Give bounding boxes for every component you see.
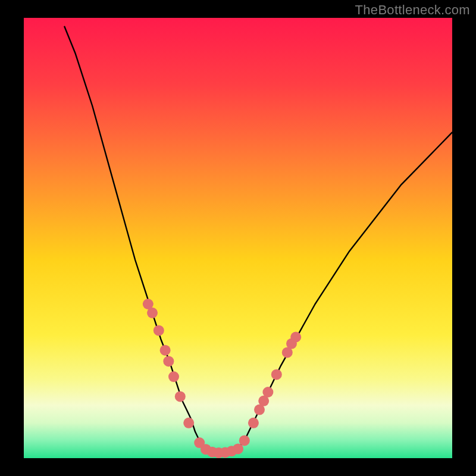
gradient-plot-background [24, 18, 452, 458]
data-point [183, 418, 194, 428]
data-point [248, 418, 259, 428]
data-point [271, 369, 282, 380]
data-point [262, 387, 273, 397]
data-point [239, 435, 250, 446]
data-point [147, 308, 158, 318]
data-point [168, 371, 179, 382]
bottleneck-chart [0, 0, 476, 476]
data-point [154, 325, 164, 336]
data-point [290, 332, 301, 343]
watermark-text: TheBottleneck.com [355, 2, 470, 18]
chart-stage: TheBottleneck.com [0, 0, 476, 476]
data-point [160, 345, 171, 356]
data-point [163, 356, 174, 367]
data-point [175, 391, 186, 402]
